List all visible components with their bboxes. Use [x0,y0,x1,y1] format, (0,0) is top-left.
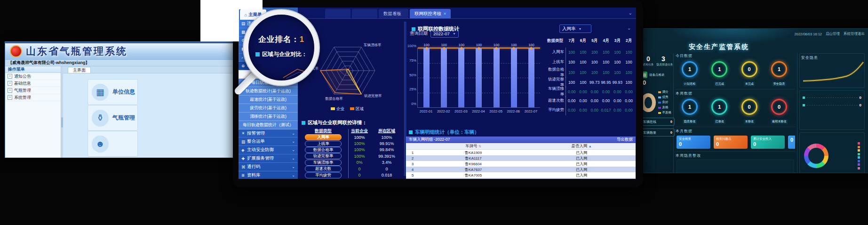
nav-item[interactable]: + 系统管理 [5,94,61,101]
vehicle-row[interactable]: 3 鲁K96604 已入网 [406,161,636,167]
sidebar-menu-item[interactable]: 疲劳统计(基于运政) [239,104,298,112]
sidebar-menu-item[interactable]: ▥ 整合运单 ⌄ [239,137,298,146]
metric-button[interactable]: 数据合格率 [305,147,342,153]
gauge-label: 未完成 [744,81,755,86]
expand-plus-icon[interactable]: + [8,81,12,86]
plate-number: 鲁KA7637 [419,167,527,172]
chevron-down-icon: ⌄ [292,173,295,177]
function-tile[interactable]: ✎ 使用登记 [88,157,138,158]
close-icon[interactable]: × [444,9,446,18]
chevron-down-icon[interactable]: ⌄ [629,10,632,16]
nav-item[interactable]: + 基础信息 [5,80,61,87]
month-col-header: 4月 [600,37,612,48]
function-tile[interactable]: ▦ 单位信息 [88,79,138,105]
legend-swatch [658,91,661,93]
sidebar-menu-item[interactable]: 超速统计(基于运政) [239,96,298,104]
export-button[interactable]: 导出数据 [617,137,633,143]
radar-axis-label: 轨迹完整率 [364,94,382,98]
stat-card[interactable]: 安全检查 0 [677,136,710,149]
sidebar-menu-item[interactable]: 每日轨迹数据统计（测试） [239,121,298,129]
col-header-status[interactable]: 是否入网 ▲ [527,144,636,149]
region-company-table: 数据类型 当前企业 所在区域 入网率 100% 100% 上线率 10 [301,128,402,178]
legend-item: 满分 [658,90,672,94]
logout-link[interactable]: 系统管理退出 [844,32,865,36]
x-axis: 2022-012022-022022-032022-042022-052022-… [417,109,540,113]
metric-button[interactable]: 上线率 [305,141,342,147]
chevron-down-icon[interactable]: ⌄ [627,25,631,31]
metric-button[interactable]: 车辆漂移率 [305,160,342,166]
legend-swatch [858,142,860,145]
gauge-value: 1 [778,66,780,72]
sidebar-menu-item[interactable]: ☀ 报警管理 ⌄ [239,129,298,138]
nav-item[interactable]: + 通知公告 [5,73,61,80]
stat-card[interactable]: 检查问题点 0 [714,136,748,149]
vehicle-row[interactable]: 5 鲁KA7005 已入网 [406,172,636,178]
right-column: 安全隐患 0 0 [797,53,867,173]
expand-plus-icon[interactable]: + [8,95,12,100]
row-label: 上线车 [544,57,566,67]
sort-asc-icon[interactable]: ▲ [589,145,592,148]
mini-stat-value: 0 [860,96,861,100]
radar-axis-label: 数据合格率 [325,96,343,101]
tab-main[interactable]: 主界面 [68,67,91,73]
expand-plus-icon[interactable]: + [8,88,12,93]
empty-chart-area [677,160,794,173]
document-tab[interactable]: 数据看板 [379,9,408,18]
mini-stat-value: 0 [860,103,861,107]
gauge: 0 未完成 [736,60,763,87]
function-tile[interactable]: ☻ [88,131,138,157]
menu-item-icon: ▤ [241,21,247,26]
vehicle-row[interactable]: 2 鲁KA1117 已入网 [406,155,636,161]
sidebar-menu-item[interactable]: 轨迹数据统计(基于运政) [239,87,298,96]
document-tab[interactable] [352,9,377,18]
expand-plus-icon[interactable]: + [8,74,12,79]
stat-label: 隐患排查任务 [657,63,670,66]
stat-card[interactable]: 0 [788,136,795,149]
sidebar-menu-item[interactable]: ⌘ 通行码 ⌄ [239,163,298,171]
legend-swatch [858,167,860,169]
document-tab[interactable]: 联网联控考核× [410,9,451,18]
legend-swatch [858,146,860,148]
plate-number: 鲁KA7005 [419,173,527,178]
sidebar-menu-item[interactable]: ≣ 资料库 ⌄ [239,171,298,179]
month-col-header: 5月 [589,37,600,48]
top-bar: 2022/06/03 16:12 启山管理 系统管理退出 [795,32,865,36]
x-tick-label: 2022-04 [472,109,485,113]
sort-icon[interactable]: ⇅ [478,145,481,148]
radar-series-region [320,69,361,94]
document-tab[interactable] [325,9,350,18]
company-value: 0 [346,167,373,171]
vehicle-row[interactable]: 1 鲁KA1909 已入网 [406,150,636,155]
row-number: 4 [406,168,419,172]
sidebar-menu-item[interactable]: ◈ 主动安全防御 ⌄ [239,146,298,154]
line-marker [443,47,445,49]
section-today: 今日数据 [676,53,795,58]
line-marker [478,47,480,49]
stat-card[interactable]: 累计安全投入 0 [751,136,785,149]
chevron-down-icon: ⌄ [292,156,295,161]
metric-button[interactable]: 超速次数 [305,166,342,172]
metric-dropdown[interactable]: 入网率 ▼ [559,24,591,33]
sidebar-menu-item[interactable]: 漂移统计(基于运政) [239,112,298,121]
y-tick-label: 100% [405,44,416,48]
section-week-rectify: 本周隐患整改 [676,153,795,158]
chevron-down-icon: ⌄ [292,139,295,144]
metric-button[interactable]: 轨迹完整率 [305,153,342,159]
menu-item-icon: ◈ [241,148,247,153]
metric-button[interactable]: 平均疲劳 [305,172,342,178]
gauge-ring: 1 [711,99,727,115]
legend-swatch [658,112,661,114]
gauge-ring: 1 [682,61,698,77]
function-tile[interactable]: ⚱ 气瓶管理 [88,105,138,131]
sidebar-menu-item[interactable]: ✚ 扩展服务管理 ⌄ [239,154,298,163]
gauge-value: 1 [688,66,691,72]
vehicle-row[interactable]: 4 鲁KA7637 已入网 [406,167,636,172]
bullet-icon [803,104,805,106]
nav-item[interactable]: + 气瓶管理 [5,87,61,94]
metric-button[interactable]: 入网率 [305,134,342,140]
stats-section-title: 联网联控数据统计 [412,25,459,32]
national-emblem-icon [10,45,22,57]
col-header-plate[interactable]: 车牌号 ⇅ [419,144,527,149]
vehicle-row[interactable]: 6 鲁K56951 已入网 [406,178,636,179]
user-name[interactable]: 启山管理 [826,32,840,36]
